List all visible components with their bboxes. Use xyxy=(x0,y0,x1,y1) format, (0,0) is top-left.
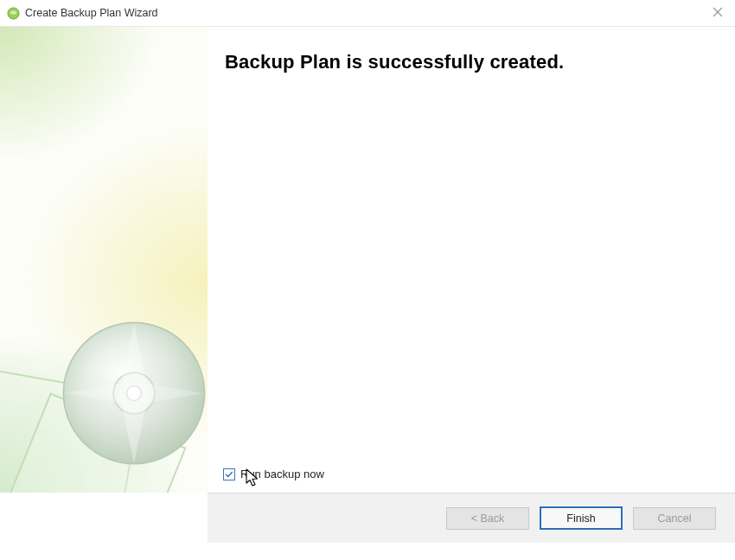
run-backup-checkbox[interactable] xyxy=(223,468,235,480)
svg-point-1 xyxy=(10,10,17,14)
cancel-button: Cancel xyxy=(633,507,716,530)
app-icon xyxy=(7,7,20,20)
window-title: Create Backup Plan Wizard xyxy=(25,7,158,19)
finish-button[interactable]: Finish xyxy=(540,506,623,530)
run-backup-label: Run backup now xyxy=(240,468,324,480)
titlebar: Create Backup Plan Wizard xyxy=(0,0,735,26)
main-content: Backup Plan is successfully created. Run… xyxy=(208,27,735,493)
sidebar-image xyxy=(0,27,208,493)
wizard-body: Backup Plan is successfully created. Run… xyxy=(0,26,735,493)
back-button: < Back xyxy=(446,507,529,530)
close-icon[interactable] xyxy=(709,3,726,21)
disc-icon xyxy=(61,320,208,467)
wizard-footer: < Back Finish Cancel xyxy=(208,493,735,543)
page-heading: Backup Plan is successfully created. xyxy=(225,51,718,73)
run-backup-row: Run backup now xyxy=(223,468,324,480)
